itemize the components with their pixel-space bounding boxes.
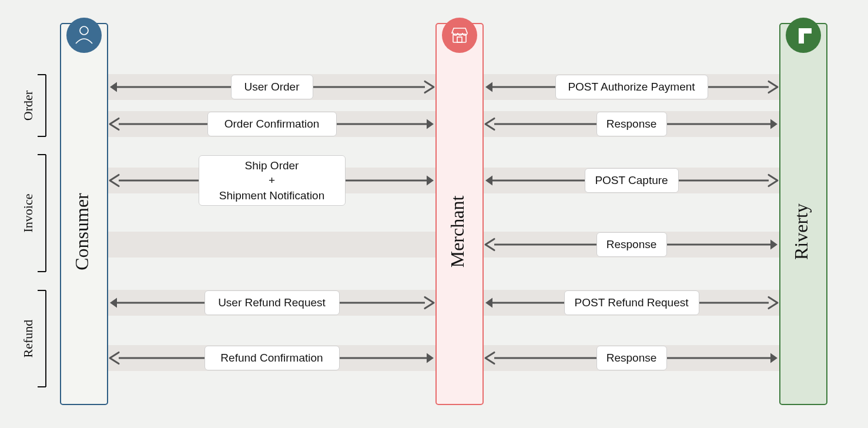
lifeline-label-consumer: Consumer: [71, 193, 92, 270]
lifeline-label-riverty: Riverty: [790, 203, 812, 260]
message-label: Ship Order + Shipment Notification: [199, 155, 346, 206]
lifeline-label-merchant: Merchant: [447, 196, 468, 268]
consumer-icon-bg: [66, 18, 102, 53]
message-label: Order Confirmation: [207, 112, 337, 136]
group-label: Refund: [21, 320, 35, 358]
message-label: User Refund Request: [205, 290, 340, 315]
message-label: Response: [596, 346, 667, 370]
message-label: User Order: [231, 75, 313, 99]
message-label: Response: [596, 112, 667, 136]
message-label: POST Refund Request: [564, 290, 699, 315]
message-label: POST Authorize Payment: [555, 75, 708, 99]
message-label: Response: [596, 232, 667, 257]
message-label: POST Capture: [585, 168, 679, 193]
group-label: Invoice: [21, 194, 35, 233]
message-label: Refund Confirmation: [205, 346, 340, 370]
group-label: Order: [21, 90, 35, 121]
